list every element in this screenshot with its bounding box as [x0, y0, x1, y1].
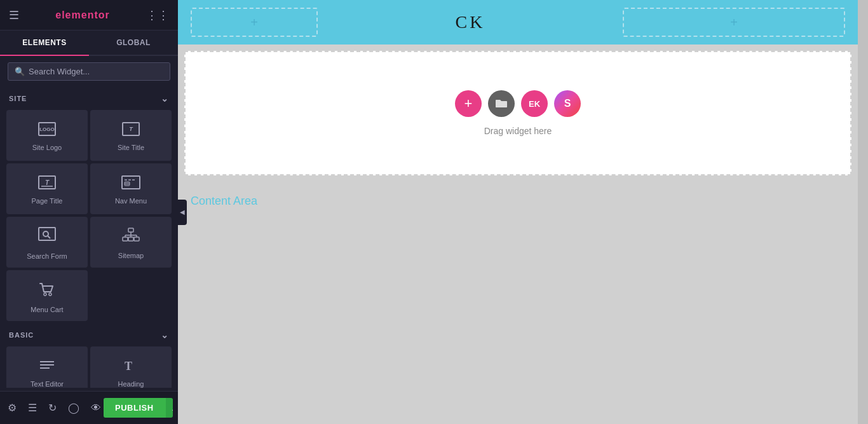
site-section-header: SITE ⌄ [0, 87, 178, 107]
history-icon[interactable]: ↻ [46, 399, 59, 416]
collapse-panel-handle[interactable]: ◀ [178, 200, 187, 225]
panel-topbar: ☰ elementor ⋮⋮ [0, 0, 178, 31]
collapse-arrow-icon: ◀ [180, 209, 185, 215]
widget-menu-cart[interactable]: Menu Cart [6, 270, 88, 321]
svg-text:T: T [129, 126, 133, 132]
basic-section-header: BASIC ⌄ [0, 324, 178, 344]
content-area-label: Content Area [191, 195, 257, 207]
svg-point-27 [49, 293, 51, 296]
bottom-tools: ⚙ ☰ ↻ ◯ 👁 [5, 399, 104, 416]
site-chevron-icon[interactable]: ⌄ [161, 93, 169, 104]
s-button[interactable]: S [554, 90, 581, 117]
publish-btn-group: PUBLISH ▲ [104, 398, 173, 418]
hamburger-icon[interactable]: ☰ [9, 8, 19, 22]
header-right-add-icon: + [730, 15, 738, 30]
ek-button[interactable]: EK [521, 90, 548, 117]
layers-icon[interactable]: ☰ [25, 399, 39, 416]
panel-content: SITE ⌄ LOGO Site Logo T [0, 87, 178, 388]
nav-menu-icon [121, 175, 140, 192]
svg-text:T: T [125, 360, 132, 373]
svg-text:LOGO: LOGO [39, 127, 55, 132]
widget-heading[interactable]: T Heading [90, 346, 172, 388]
widget-page-title[interactable]: T Page Title [6, 163, 88, 214]
text-editor-label: Text Editor [31, 380, 64, 388]
heading-label: Heading [118, 380, 144, 388]
panel-search: 🔍 [0, 56, 178, 87]
menu-cart-icon [38, 280, 56, 301]
widget-search-form[interactable]: Search Form [6, 217, 88, 268]
search-form-icon [38, 227, 56, 247]
header-left-add-icon: + [250, 15, 258, 30]
svg-rect-11 [125, 182, 130, 186]
widget-nav-menu[interactable]: Nav Menu [90, 163, 172, 214]
widget-site-logo[interactable]: LOGO Site Logo [6, 110, 88, 161]
header-right-add-zone[interactable]: + [623, 8, 845, 37]
search-form-label: Search Form [27, 252, 67, 260]
widget-site-title[interactable]: T Site Title [90, 110, 172, 161]
tab-global[interactable]: GLOBAL [89, 31, 178, 55]
menu-cart-label: Menu Cart [31, 306, 63, 313]
basic-section-label: BASIC [9, 331, 34, 339]
bottom-toolbar: ⚙ ☰ ↻ ◯ 👁 PUBLISH ▲ [0, 391, 178, 424]
site-section-label: SITE [9, 95, 27, 102]
svg-rect-14 [39, 228, 55, 240]
widget-sitemap[interactable]: Sitemap [90, 217, 172, 268]
heading-icon: T [122, 359, 140, 375]
widget-action-buttons: + EK S [455, 90, 581, 117]
svg-rect-17 [128, 228, 133, 232]
svg-point-26 [44, 293, 46, 296]
site-title-label: Site Title [118, 144, 144, 151]
header-logo: CK [456, 12, 485, 32]
basic-widget-grid: Text Editor T Heading [0, 344, 178, 388]
publish-button[interactable]: PUBLISH [104, 398, 165, 418]
responsive-icon[interactable]: ◯ [65, 399, 82, 416]
svg-rect-24 [128, 237, 133, 241]
basic-chevron-icon[interactable]: ⌄ [161, 330, 169, 340]
site-title-icon: T [122, 122, 140, 139]
right-scrollbar-strip[interactable] [858, 0, 868, 424]
tab-elements[interactable]: ELEMENTS [0, 31, 89, 56]
canvas-drop-section[interactable]: + EK S Drag widget here [184, 51, 851, 175]
header-left-add-zone[interactable]: + [191, 8, 318, 37]
publish-arrow-button[interactable]: ▲ [165, 398, 173, 418]
svg-rect-23 [123, 237, 128, 241]
sitemap-icon [121, 228, 140, 247]
preview-icon[interactable]: 👁 [88, 400, 104, 416]
page-title-label: Page Title [32, 197, 63, 205]
search-wrapper: 🔍 [8, 62, 170, 81]
grid-icon[interactable]: ⋮⋮ [146, 8, 169, 22]
elementor-logo: elementor [55, 10, 109, 21]
settings-icon[interactable]: ⚙ [5, 399, 19, 416]
widget-text-editor[interactable]: Text Editor [6, 346, 88, 388]
svg-point-15 [43, 231, 48, 236]
site-logo-icon: LOGO [38, 122, 56, 139]
text-editor-icon [38, 359, 56, 375]
nav-menu-label: Nav Menu [115, 197, 147, 205]
site-widget-grid: LOGO Site Logo T Site Title [0, 107, 178, 324]
svg-text:T: T [45, 179, 50, 186]
sitemap-label: Sitemap [118, 252, 144, 259]
canvas-content-area: Content Area [178, 182, 858, 221]
page-title-icon: T [38, 175, 56, 192]
site-logo-label: Site Logo [32, 144, 62, 151]
search-input[interactable] [29, 67, 163, 76]
canvas-header: + CK + [178, 0, 858, 44]
add-widget-button[interactable]: + [455, 90, 482, 117]
svg-line-16 [48, 236, 50, 238]
folder-button[interactable] [488, 90, 515, 117]
panel-tabs: ELEMENTS GLOBAL [0, 31, 178, 56]
drag-widget-text: Drag widget here [484, 126, 552, 136]
left-panel: ☰ elementor ⋮⋮ ELEMENTS GLOBAL 🔍 SITE ⌄ [0, 0, 178, 424]
search-icon: 🔍 [15, 67, 25, 76]
main-canvas: + CK + + EK S Drag widget here Content A… [178, 0, 858, 424]
svg-rect-25 [134, 237, 139, 241]
